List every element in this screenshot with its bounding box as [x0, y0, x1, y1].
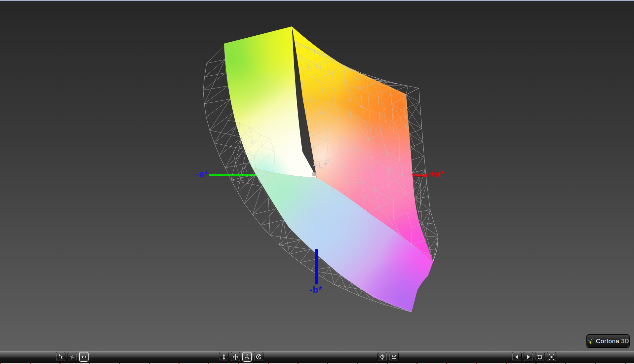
examine-icon [81, 354, 87, 360]
toolbar-button-straighten[interactable] [389, 352, 399, 362]
spin-icon [256, 354, 262, 360]
toolbar-button-fly[interactable] [67, 352, 77, 362]
axis-label-pos-L: +L* [313, 161, 328, 171]
vertical-arrows-icon [221, 354, 227, 360]
cortona3d-logo[interactable]: Cortona3D [586, 334, 630, 348]
toolbar-group-view-tools [377, 352, 399, 362]
upright-icon [391, 354, 397, 360]
toolbar-group-camera-tools [219, 352, 263, 362]
viewer-window: -a* +a* -b* +L* Cortona3D [0, 0, 634, 364]
toolbar-button-pan[interactable] [231, 352, 240, 362]
toolbar-button-previous-view[interactable] [512, 352, 522, 362]
rotate-arrows-icon [244, 354, 250, 360]
forward-icon [525, 354, 532, 360]
seek-target-icon [379, 354, 385, 360]
toolbar-button-examine[interactable] [79, 352, 89, 362]
window-bottom-edge [0, 363, 634, 364]
toolbar-button-spin[interactable] [254, 352, 263, 362]
back-icon [514, 354, 520, 360]
toolbar-group-navigation-mode [56, 352, 89, 362]
logo-text: Cortona [596, 338, 619, 345]
toolbar-button-seek[interactable] [377, 352, 387, 362]
cortona3d-logo-icon [587, 338, 594, 345]
fly-icon [69, 354, 75, 360]
toolbar-button-next-view[interactable] [524, 352, 533, 362]
axis-label-neg-a: -a* [196, 169, 208, 179]
toolbar-button-walk[interactable] [56, 352, 65, 362]
toolbar-button-restore-view[interactable] [535, 352, 545, 362]
toolbar-button-fit-view[interactable] [547, 352, 556, 362]
viewer-toolbar [0, 351, 634, 363]
pan-arrows-icon [232, 354, 239, 360]
logo-suffix: 3D [621, 338, 629, 345]
fullscreen-icon [548, 354, 555, 360]
toolbar-group-history-tools [512, 352, 556, 362]
axis-label-pos-a: +a* [430, 169, 444, 179]
restore-icon [537, 354, 543, 360]
toolbar-button-rotate[interactable] [242, 352, 252, 362]
toolbar-button-plan-move[interactable] [219, 352, 229, 362]
walk-icon [58, 354, 64, 360]
3d-viewport[interactable] [0, 0, 634, 364]
axis-label-neg-b: -b* [309, 285, 322, 295]
